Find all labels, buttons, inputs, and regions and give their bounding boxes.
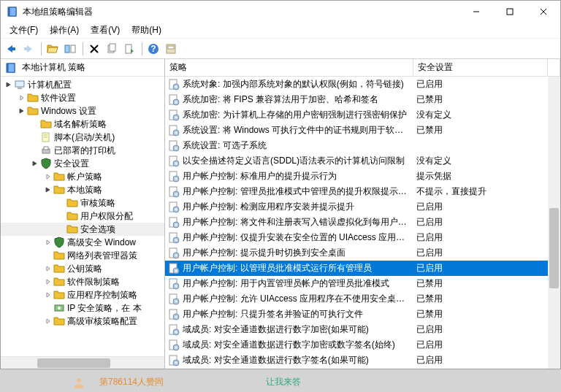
menu-help[interactable]: 帮助(H) [127,23,166,38]
maximize-button[interactable] [493,1,527,23]
script-icon [40,131,52,143]
policy-row[interactable]: 用户帐户控制: 用于内置管理员帐户的管理员批准模式已禁用 [165,276,560,291]
expander-icon[interactable] [17,93,27,103]
minimize-button[interactable] [459,1,493,23]
policy-setting: 没有定义 [416,155,560,167]
expander-icon[interactable] [43,172,53,182]
expander-icon[interactable] [43,316,53,326]
policy-row[interactable]: 用户帐户控制: 标准用户的提升提示行为提示凭据 [165,169,560,184]
policy-row[interactable]: 系统设置: 将 Windows 可执行文件中的证书规则用于软件...已禁用 [165,123,560,138]
policy-setting: 已启用 [416,231,560,244]
expander-icon[interactable] [43,264,53,274]
tree-node-local[interactable]: 本地策略 [1,183,164,196]
tree-label: 本地策略 [67,184,102,196]
expander-icon[interactable] [43,185,53,195]
tree-node-scripts[interactable]: 脚本(启动/关机) [1,131,164,144]
vertical-scrollbar[interactable] [548,77,560,369]
policy-name: 用户帐户控制: 管理员批准模式中管理员的提升权限提示的... [183,185,416,198]
expander-icon[interactable] [30,158,40,169]
expander-icon[interactable] [43,237,53,247]
menu-action[interactable]: 操作(A) [45,23,83,38]
policy-row[interactable]: 域成员: 对安全通道数据进行数字加密或数字签名(始终)已启用 [165,337,560,353]
column-header-setting[interactable]: 安全设置 [413,59,548,76]
menu-view[interactable]: 查看(V) [86,23,124,38]
tree-node-dns[interactable]: 域名解析策略 [1,118,164,131]
export-button[interactable] [122,41,138,57]
policy-name: 域成员: 对安全通道数据进行数字加密或数字签名(始终) [183,339,416,351]
policy-row[interactable]: 系统加密: 为计算机上存储的用户密钥强制进行强密钥保护没有定义 [165,107,560,123]
show-pane-button[interactable] [63,41,79,57]
tree-node-security[interactable]: 安全设置 [1,157,164,170]
policy-row[interactable]: 域成员: 对安全通道数据进行数字签名(如果可能)已启用 [165,353,560,368]
tree-node-ipsec[interactable]: IP 安全策略，在 本 [1,301,164,315]
tree-node-windows[interactable]: Windows 设置 [1,104,164,118]
tree-node-advwin[interactable]: 高级安全 Window [1,236,164,249]
scrollbar-thumb[interactable] [37,358,110,368]
window-controls [459,1,560,23]
policy-setting: 已启用 [416,354,560,366]
tree-label: 已部署的打印机 [54,145,115,157]
expander-icon[interactable] [4,80,14,90]
back-button[interactable] [4,41,20,57]
policy-row[interactable]: 用户帐户控制: 将文件和注册表写入错误虚拟化到每用户位置已启用 [165,215,560,230]
expander-icon[interactable] [17,106,27,116]
tree-node-rights[interactable]: 用户权限分配 [1,210,164,223]
scrollbar-thumb[interactable] [549,208,559,288]
copy-button[interactable] [104,41,121,57]
tree-node-computer-config[interactable]: 计算机配置 [1,78,164,91]
tree-node-software[interactable]: 软件设置 [1,91,164,104]
policy-row[interactable]: 用户帐户控制: 只提升签名并验证的可执行文件已禁用 [165,307,560,322]
tree-label: 用户权限分配 [80,210,133,223]
policy-row[interactable]: 用户帐户控制: 仅提升安装在安全位置的 UIAccess 应用程序已启用 [165,230,560,245]
tree-label: 高级安全 Window [67,237,136,249]
up-button[interactable] [45,41,61,57]
policy-item-icon [168,293,180,305]
tree[interactable]: 计算机配置 软件设置 Windows 设置 域名解析策略 [1,77,164,356]
tree-label: 计算机配置 [28,79,72,91]
tree-node-account[interactable]: 帐户策略 [1,170,164,183]
policy-row[interactable]: 用户帐户控制: 管理员批准模式中管理员的提升权限提示的...不提示，直接提升 [165,184,560,199]
policy-row[interactable]: 系统对象: 加强内部系统对象的默认权限(例如，符号链接)已启用 [165,77,560,92]
column-header-policy[interactable]: 策略 [165,59,413,76]
footer-right-text[interactable]: 让我来答 [266,376,301,388]
policy-row[interactable]: 系统设置: 可选子系统 [165,138,560,153]
forward-button[interactable] [21,41,37,57]
policy-row[interactable]: 以安全描述符定义语言(SDDL)语法表示的计算机访问限制没有定义 [165,153,560,169]
delete-button[interactable] [87,41,103,57]
tree-node-options[interactable]: 安全选项 [1,223,164,236]
tree-node-pubkey[interactable]: 公钥策略 [1,262,164,275]
tree-label: 安全设置 [54,158,89,170]
menubar: 文件(F) 操作(A) 查看(V) 帮助(H) [1,23,560,39]
tree-node-appctl[interactable]: 应用程序控制策略 [1,288,164,301]
tree-node-softrest[interactable]: 软件限制策略 [1,275,164,288]
policy-row[interactable]: 用户帐户控制: 检测应用程序安装并提示提升已启用 [165,199,560,215]
header-label: 安全设置 [418,61,453,74]
footer-left-text: 第786114人赞同 [99,376,164,388]
policy-row[interactable]: 用户帐户控制: 允许 UIAccess 应用程序在不使用安全桌面...已禁用 [165,291,560,307]
properties-button[interactable] [164,41,180,57]
tree-hscrollbar[interactable] [1,356,164,369]
svg-point-41 [77,378,81,383]
policy-item-icon [168,171,180,182]
folder-icon [40,118,52,130]
help-button[interactable] [146,41,162,57]
tree-node-netlist[interactable]: 网络列表管理器策 [1,249,164,262]
tree-node-advaudit[interactable]: 高级审核策略配置 [1,315,164,328]
tree-header[interactable]: 本地计算机 策略 [1,59,164,77]
folder-icon [27,92,39,104]
expander-icon[interactable] [43,290,53,300]
menu-file[interactable]: 文件(F) [5,23,42,38]
tree-node-printers[interactable]: 已部署的打印机 [1,144,164,157]
policy-root-icon [5,62,17,74]
tree-label: IP 安全策略，在 本 [67,302,142,315]
policy-row[interactable]: 域成员: 对安全通道数据进行数字加密(如果可能)已启用 [165,322,560,337]
policy-row[interactable]: 用户帐户控制: 以管理员批准模式运行所有管理员已启用 [165,261,560,276]
tree-label: Windows 设置 [41,105,96,118]
list-body[interactable]: 系统对象: 加强内部系统对象的默认权限(例如，符号链接)已启用系统加密: 将 F… [165,77,560,369]
tree-node-audit[interactable]: 审核策略 [1,196,164,210]
policy-row[interactable]: 用户帐户控制: 提示提升时切换到安全桌面已启用 [165,245,560,261]
policy-setting: 已启用 [416,262,560,274]
policy-row[interactable]: 系统加密: 将 FIPS 兼容算法用于加密、哈希和签名已禁用 [165,92,560,107]
close-button[interactable] [527,1,560,23]
expander-icon[interactable] [43,277,53,287]
